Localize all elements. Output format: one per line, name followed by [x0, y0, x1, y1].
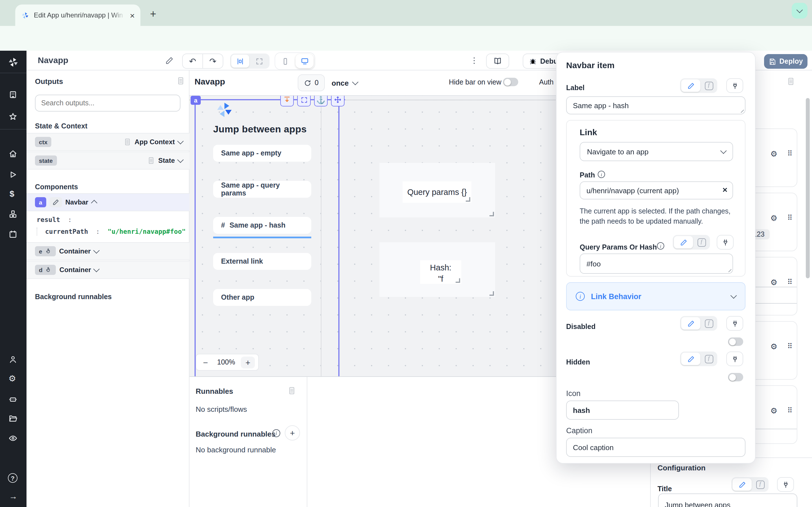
resize-corner[interactable]: [456, 278, 460, 283]
component-row-e[interactable]: e Container: [27, 242, 190, 260]
runs-play-icon[interactable]: [8, 170, 17, 179]
output-row-ctx[interactable]: ctx App Context: [27, 133, 190, 151]
resize-corner[interactable]: [466, 197, 470, 202]
caption-input[interactable]: [566, 438, 746, 457]
static-mode-button[interactable]: [674, 236, 693, 248]
path-input[interactable]: [580, 181, 733, 200]
tab-close-icon[interactable]: ×: [130, 11, 135, 19]
nav-item-same-app-hash[interactable]: # Same app - hash: [213, 217, 311, 234]
query-params-container[interactable]: Query params {}: [379, 163, 495, 217]
fx-mode-button[interactable]: f: [694, 236, 709, 248]
expand-down-button[interactable]: [280, 96, 294, 107]
connect-plug-button[interactable]: [726, 78, 743, 93]
fx-mode-button[interactable]: f: [753, 478, 767, 491]
disabled-toggle[interactable]: [728, 337, 743, 346]
gear-icon[interactable]: ⚙: [770, 406, 777, 415]
outputs-doc-icon[interactable]: [176, 76, 185, 85]
users-person-icon[interactable]: [8, 355, 17, 364]
variables-dollar-icon[interactable]: $: [10, 189, 14, 198]
output-row-state[interactable]: state State: [27, 152, 190, 170]
selected-component-badge[interactable]: a: [191, 96, 201, 105]
edit-title-pencil-icon[interactable]: [165, 56, 174, 65]
gear-icon[interactable]: ⚙: [770, 278, 777, 287]
link-kind-select[interactable]: Navigate to an app: [580, 142, 733, 161]
chevron-down-icon[interactable]: [94, 266, 100, 272]
chevron-down-icon[interactable]: [177, 157, 184, 163]
resize-corner[interactable]: [490, 291, 494, 296]
link-behavior-accordion[interactable]: i Link Behavior: [566, 282, 746, 311]
component-row-d[interactable]: d Container: [27, 261, 190, 279]
drag-handle-icon[interactable]: ⠿: [787, 406, 793, 414]
connect-plug-button[interactable]: [726, 316, 743, 331]
deploy-button[interactable]: Deploy: [764, 54, 808, 69]
static-mode-button[interactable]: [732, 478, 752, 491]
settings-doc-icon[interactable]: [786, 77, 795, 86]
drag-handle-icon[interactable]: ⠿: [787, 278, 793, 286]
chrome-chevron-button[interactable]: [792, 3, 808, 18]
home-icon[interactable]: [8, 149, 17, 158]
chevron-down-icon[interactable]: [93, 247, 100, 254]
navbar-edit-pencil[interactable]: [50, 197, 62, 207]
fx-mode-button[interactable]: f: [702, 79, 716, 92]
move-button[interactable]: [331, 96, 345, 107]
settings-gear-icon[interactable]: ⚙: [8, 374, 16, 384]
alignment-mode-button[interactable]: [231, 55, 249, 68]
gear-icon[interactable]: ⚙: [770, 342, 777, 351]
nav-item-same-app-empty[interactable]: Same app - empty: [213, 145, 311, 162]
resources-cubes-icon[interactable]: [8, 210, 17, 219]
fullscreen-mode-button[interactable]: [250, 55, 268, 68]
static-mode-button[interactable]: [681, 79, 700, 92]
redo-button[interactable]: ↷: [202, 54, 223, 69]
chevron-down-icon[interactable]: [177, 138, 184, 145]
clear-path-icon[interactable]: ×: [722, 185, 727, 194]
nav-item-same-app-query-params[interactable]: Same app - query params: [213, 181, 311, 198]
connect-plug-button[interactable]: [777, 477, 794, 492]
drag-handle-icon[interactable]: ⠿: [787, 214, 793, 222]
desktop-view-button[interactable]: [296, 54, 313, 68]
query-params-textbox[interactable]: Query params {}: [403, 181, 471, 203]
folders-icon[interactable]: [8, 414, 17, 423]
icon-input[interactable]: [566, 400, 679, 420]
windmill-logo-icon[interactable]: [7, 56, 19, 68]
resize-corner[interactable]: [490, 212, 494, 216]
mobile-view-button[interactable]: [276, 54, 294, 68]
component-row-navbar[interactable]: a Navbar: [27, 193, 190, 211]
refresh-button[interactable]: 0: [298, 74, 325, 91]
browser-tab[interactable]: Edit App u/henri/navapp | Win ×: [15, 4, 140, 26]
runnables-doc-icon[interactable]: [288, 386, 296, 395]
search-outputs-input[interactable]: [35, 95, 181, 112]
hash-textbox[interactable]: Hash: "f: [420, 260, 461, 284]
fullscreen-component-button[interactable]: [297, 96, 311, 107]
scrollbar[interactable]: [806, 98, 810, 278]
hash-container[interactable]: Hash: "f: [379, 242, 495, 297]
undo-button[interactable]: ↶: [182, 54, 203, 69]
fx-mode-button[interactable]: f: [702, 317, 716, 330]
connect-plug-button[interactable]: [726, 351, 743, 366]
workers-robot-icon[interactable]: [8, 395, 17, 404]
connect-plug-button[interactable]: [717, 235, 733, 249]
refresh-mode-select[interactable]: once: [332, 74, 358, 91]
expand-rail-arrow-icon[interactable]: →: [9, 491, 17, 501]
gear-icon[interactable]: ⚙: [770, 149, 777, 158]
zoom-out-button[interactable]: −: [200, 357, 211, 367]
audit-eye-icon[interactable]: [8, 434, 17, 443]
chevron-up-icon[interactable]: [91, 200, 97, 207]
zoom-in-button[interactable]: +: [241, 356, 255, 368]
nav-item-other-app[interactable]: Other app: [213, 289, 311, 306]
static-mode-button[interactable]: [681, 317, 700, 330]
topbar-kebab-icon[interactable]: ⋮: [470, 56, 478, 65]
nav-item-external-link[interactable]: External link: [213, 253, 311, 270]
favorites-star-icon[interactable]: [8, 112, 17, 121]
workspace-icon[interactable]: [8, 90, 17, 99]
drag-handle-icon[interactable]: ⠿: [787, 342, 793, 350]
help-icon[interactable]: ?: [8, 473, 17, 483]
anchor-button[interactable]: ⚓: [314, 96, 327, 107]
add-background-runnable-button[interactable]: +: [285, 425, 300, 441]
static-mode-button[interactable]: [681, 353, 700, 365]
config-title-input[interactable]: [658, 494, 797, 507]
hidden-toggle[interactable]: [728, 373, 743, 381]
new-tab-icon[interactable]: +: [150, 8, 156, 20]
drag-handle-icon[interactable]: ⠿: [787, 149, 793, 158]
label-input[interactable]: [566, 96, 746, 114]
hide-bar-toggle[interactable]: [503, 78, 518, 86]
